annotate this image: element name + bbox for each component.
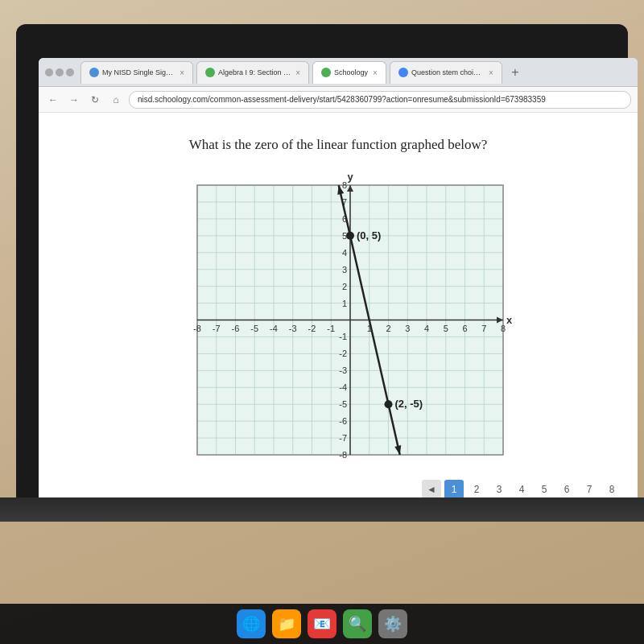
tab-nisd-sso[interactable]: My NISD Single Sign-On Portal × [80,61,193,84]
page-6[interactable]: 6 [557,480,576,499]
tab-close-question[interactable]: × [489,68,493,77]
question-text: What is the zero of the linear function … [189,137,488,153]
tab-icon-question [398,68,408,77]
dot-2 [56,68,64,76]
prev-page-button[interactable]: ◄ [422,480,441,499]
window-controls [45,68,74,76]
address-bar-row: ← → ↻ ⌂ [39,87,638,113]
forward-button[interactable]: → [66,92,82,108]
page-4[interactable]: 4 [512,480,531,499]
taskbar-icon-4[interactable]: 🔍 [343,609,372,638]
laptop-bottom [0,497,644,522]
page-3[interactable]: 3 [489,480,509,499]
tab-question[interactable]: Question stem choice Image wi... × [390,61,502,84]
dot-3 [66,68,74,76]
page-content: What is the zero of the linear function … [39,113,638,515]
tab-close-nisd[interactable]: × [180,68,184,77]
page-8[interactable]: 8 [602,480,621,499]
tab-close-algebra[interactable]: × [295,68,300,77]
graph-wrapper [153,169,523,475]
tab-label-schoology: Schoology [334,68,368,76]
taskbar: 🌐 📁 📧 🔍 ⚙️ [0,604,644,644]
laptop-bezel: My NISD Single Sign-On Portal × Algebra … [16,24,628,499]
tab-label-nisd: My NISD Single Sign-On Portal [102,68,175,76]
dot-1 [45,68,53,76]
page-5[interactable]: 5 [535,480,554,499]
tab-icon-nisd [89,68,99,77]
back-button[interactable]: ← [45,92,61,108]
graph-canvas [153,169,523,475]
new-tab-button[interactable]: + [506,63,525,82]
tab-algebra[interactable]: Algebra I 9: Section 5-07 | Schoo × [196,61,309,84]
tab-schoology[interactable]: Schoology × [312,61,386,84]
browser-window: My NISD Single Sign-On Portal × Algebra … [39,58,638,515]
reload-button[interactable]: ↻ [87,92,103,108]
page-2[interactable]: 2 [467,480,486,499]
tab-icon-schoology [321,68,331,77]
tab-label-question: Question stem choice Image wi... [411,68,484,76]
tab-icon-algebra [205,68,215,77]
address-input[interactable] [129,91,631,109]
page-7[interactable]: 7 [580,480,599,499]
taskbar-icon-5[interactable]: ⚙️ [378,609,407,638]
tab-label-algebra: Algebra I 9: Section 5-07 | Schoo [218,68,291,76]
home-button[interactable]: ⌂ [108,92,124,108]
taskbar-icon-3[interactable]: 📧 [308,609,336,638]
taskbar-icon-1[interactable]: 🌐 [237,609,266,638]
tab-bar: My NISD Single Sign-On Portal × Algebra … [39,58,638,87]
page-1[interactable]: 1 [444,480,464,499]
taskbar-icon-2[interactable]: 📁 [272,609,301,638]
tab-close-schoology[interactable]: × [373,68,378,77]
pagination: ◄ 1 2 3 4 5 6 7 8 [422,480,621,499]
